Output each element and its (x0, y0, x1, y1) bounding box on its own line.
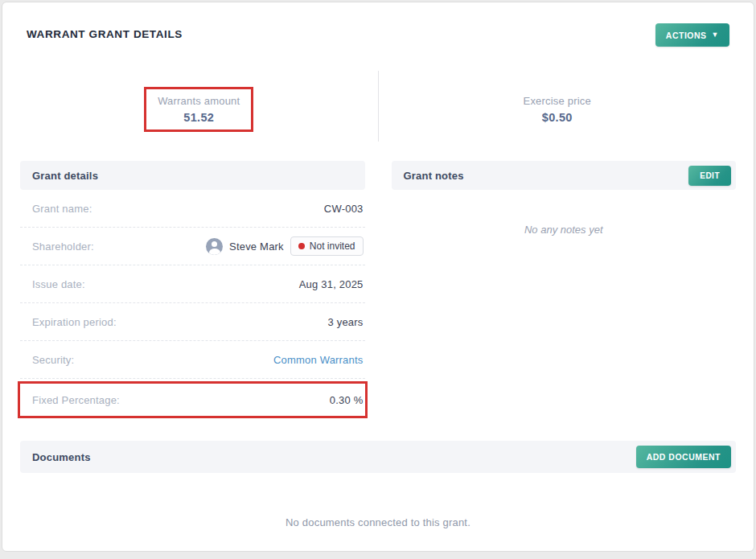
panels-row: Grant details Grant name: CW-003 Shareho… (20, 161, 736, 418)
page-title: WARRANT GRANT DETAILS (27, 23, 183, 40)
expiration-period-value: 3 years (327, 316, 363, 328)
shareholder-name: Steve Mark (229, 240, 284, 253)
table-row-expiration-period: Expiration period: 3 years (20, 303, 365, 341)
warrants-amount-label: Warrants amount (158, 95, 240, 107)
fixed-percentage-label: Fixed Percentage: (32, 394, 120, 406)
grant-name-label: Grant name: (32, 203, 92, 215)
add-document-button[interactable]: ADD DOCUMENT (636, 446, 731, 468)
grant-notes-panel: Grant notes EDIT No any notes yet (392, 161, 737, 236)
grant-name-value: CW-003 (324, 203, 364, 215)
chevron-down-icon: ▼ (712, 31, 719, 39)
stats-row: Warrants amount 51.52 Exercise price $0.… (20, 71, 736, 148)
fixed-percentage-value: 0.30 % (330, 394, 364, 406)
annotation-box-fixed-percentage: Fixed Percentage: 0.30 % (18, 381, 368, 418)
grant-notes-title: Grant notes (404, 170, 464, 182)
card-header: WARRANT GRANT DETAILS ACTIONS ▼ (20, 23, 736, 47)
table-row-fixed-percentage: Fixed Percentage: 0.30 % (20, 384, 365, 416)
exercise-price-stat-col: Exercise price $0.50 (379, 89, 737, 129)
security-value-link[interactable]: Common Warrants (273, 354, 364, 366)
warrants-amount-stat-col: Warrants amount 51.52 (20, 87, 378, 132)
shareholder-label: Shareholder: (32, 240, 94, 253)
table-row-grant-name: Grant name: CW-003 (20, 190, 365, 228)
expiration-period-label: Expiration period: (32, 316, 117, 328)
table-row-issue-date: Issue date: Aug 31, 2025 (20, 265, 365, 303)
edit-button[interactable]: EDIT (688, 166, 731, 186)
avatar (206, 238, 223, 255)
grant-notes-header: Grant notes EDIT (392, 161, 737, 190)
exercise-price-stat: Exercise price $0.50 (512, 89, 602, 129)
grant-details-panel: Grant details Grant name: CW-003 Shareho… (20, 161, 365, 418)
issue-date-value: Aug 31, 2025 (299, 278, 364, 290)
table-row-security: Security: Common Warrants (20, 341, 365, 379)
actions-button[interactable]: ACTIONS ▼ (655, 23, 729, 47)
exercise-price-label: Exercise price (524, 95, 591, 107)
status-badge-label: Not invited (310, 240, 355, 252)
warrants-amount-value: 51.52 (158, 111, 240, 124)
status-dot-icon (298, 243, 305, 249)
security-label: Security: (32, 354, 74, 366)
warrants-amount-stat: Warrants amount 51.52 (144, 87, 253, 132)
grant-notes-empty-text: No any notes yet (392, 224, 737, 236)
documents-title: Documents (32, 451, 91, 463)
status-badge: Not invited (290, 236, 364, 256)
shareholder-value: Steve Mark Not invited (206, 236, 363, 256)
documents-empty-text: No documents connected to this grant. (20, 516, 736, 528)
warrant-grant-details-card: WARRANT GRANT DETAILS ACTIONS ▼ Warrants… (2, 2, 754, 552)
exercise-price-value: $0.50 (524, 111, 591, 124)
issue-date-label: Issue date: (32, 278, 85, 290)
documents-header: Documents ADD DOCUMENT (20, 441, 736, 473)
actions-button-label: ACTIONS (666, 31, 707, 40)
grant-details-header: Grant details (20, 161, 365, 190)
table-row-shareholder: Shareholder: Steve Mark Not invited (20, 228, 365, 265)
grant-details-title: Grant details (32, 170, 98, 182)
